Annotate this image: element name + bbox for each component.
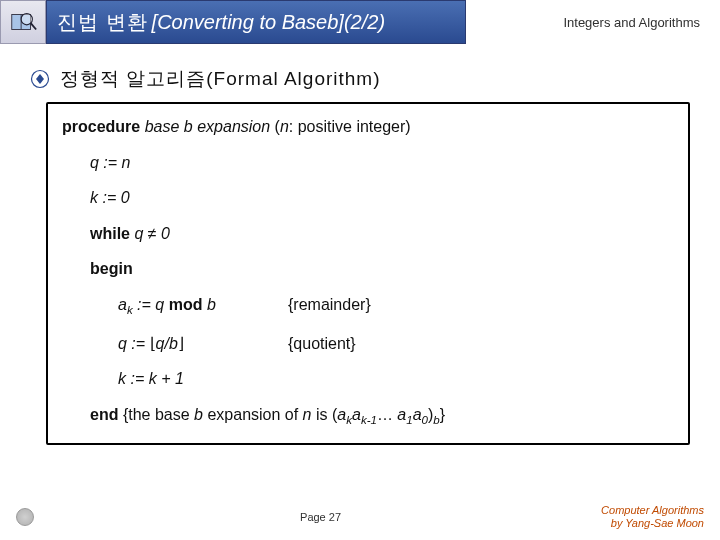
section-header: 정형적 알고리즘(Formal Algorithm) — [30, 66, 720, 92]
svg-line-3 — [31, 23, 37, 30]
title-converting: Converting to Base — [157, 11, 327, 34]
footer: Page 27 Computer Algorithms by Yang-Sae … — [0, 500, 720, 540]
footer-credit: Computer Algorithms by Yang-Sae Moon — [601, 504, 704, 530]
footer-left — [16, 508, 40, 526]
algo-line-ak: ak := q mod b {remainder} — [62, 294, 674, 319]
page-number: Page 27 — [300, 511, 341, 523]
section-title: 정형적 알고리즘(Formal Algorithm) — [60, 66, 381, 92]
algo-line-q-init: q := n — [62, 152, 674, 174]
title-b-var: b — [327, 11, 338, 34]
magnifier-book-icon — [8, 7, 38, 37]
algo-line-k-init: k := 0 — [62, 187, 674, 209]
note-remainder: {remainder} — [288, 294, 371, 319]
chapter-label: Integers and Algorithms — [466, 0, 720, 44]
kw-end: end — [90, 406, 118, 423]
credit-line-2: by Yang-Sae Moon — [601, 517, 704, 530]
kw-mod: mod — [169, 296, 203, 313]
slide-logo — [0, 0, 46, 44]
proc-name: base b expansion — [140, 118, 274, 135]
kw-begin: begin — [90, 260, 133, 277]
header-band: 진법 변환 [ Converting to Base b ] (2/2) Int… — [0, 0, 720, 44]
proc-args: (n: positive integer) — [275, 118, 411, 135]
algo-line-end: end {the base b expansion of n is (akak-… — [62, 404, 674, 429]
algo-line-q-floor: q := ⌊q/b⌋ {quotient} — [62, 333, 674, 355]
algo-line-begin: begin — [62, 258, 674, 280]
crest-bullet-icon — [30, 69, 50, 89]
algo-line-while: while q ≠ 0 — [62, 223, 674, 245]
slide-title-bar: 진법 변환 [ Converting to Base b ] (2/2) — [46, 0, 466, 44]
title-page-part: (2/2) — [344, 11, 385, 34]
title-korean: 진법 변환 — [57, 9, 148, 36]
note-quotient: {quotient} — [288, 333, 356, 355]
university-badge-icon — [16, 508, 34, 526]
kw-while: while — [90, 225, 130, 242]
algorithm-box: procedure base b expansion (n: positive … — [46, 102, 690, 445]
algo-line-k-inc: k := k + 1 — [62, 368, 674, 390]
credit-line-1: Computer Algorithms — [601, 504, 704, 517]
algo-procedure-line: procedure base b expansion (n: positive … — [62, 116, 674, 138]
kw-procedure: procedure — [62, 118, 140, 135]
